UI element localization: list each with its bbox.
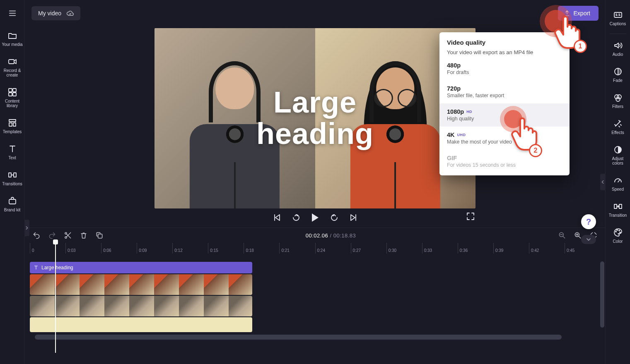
svg-rect-16 [614, 12, 622, 17]
quality-option-1080p[interactable]: 1080pHD High quality [439, 103, 570, 127]
skip-start-icon[interactable] [272, 213, 282, 223]
sidebar-item-label: Effects [611, 130, 624, 135]
fullscreen-icon[interactable] [466, 211, 476, 221]
audio-clip[interactable] [30, 317, 252, 332]
collapse-right-panel[interactable] [600, 174, 605, 190]
export-dropdown-subtitle: Your video will export as an MP4 file [447, 49, 562, 55]
svg-rect-23 [619, 204, 622, 208]
svg-rect-4 [13, 93, 16, 96]
ruler-tick: 0:33 [422, 243, 458, 254]
project-title-chip[interactable]: My video [31, 6, 80, 20]
svg-point-25 [617, 230, 618, 230]
video-track-2[interactable] [30, 296, 600, 316]
export-dropdown-title: Video quality [447, 39, 562, 46]
project-title: My video [38, 10, 61, 17]
sidebar-item-label: Color [613, 239, 623, 244]
annotation-badge-1: 1 [574, 40, 587, 53]
sidebar-item-templates[interactable]: Templates [0, 114, 25, 140]
timeline-scrollbar[interactable] [35, 335, 595, 340]
timeline-toolbar: 00:02.06 / 00:18.83 [25, 228, 605, 243]
sidebar-item-speed[interactable]: Speed [606, 171, 630, 197]
text-clip[interactable]: Large heading [30, 262, 252, 273]
sidebar-item-audio[interactable]: Audio [606, 36, 630, 62]
svg-rect-13 [98, 234, 102, 238]
ruler-tick: 0:42 [529, 243, 565, 254]
video-clip-1[interactable] [30, 274, 252, 295]
text-track[interactable]: Large heading [30, 262, 600, 273]
sidebar-item-brand-kit[interactable]: Brand kit [0, 192, 25, 218]
sidebar-item-label: Adjust colors [606, 156, 630, 165]
undo-icon[interactable] [32, 231, 41, 239]
folder-icon [7, 31, 17, 41]
sidebar-item-transitions[interactable]: Transitions [0, 166, 25, 192]
sidebar-item-color[interactable]: Color [606, 223, 630, 249]
delete-icon[interactable] [80, 231, 88, 239]
text-icon [7, 144, 17, 154]
audio-track[interactable] [30, 317, 600, 332]
export-button[interactable]: Export [558, 6, 599, 21]
sidebar-item-fade[interactable]: Fade [606, 62, 630, 89]
playback-controls [154, 208, 476, 224]
timeline-ruler[interactable]: 00:030:060:090:120:150:180:210:240:270:3… [30, 243, 600, 254]
video-track-1[interactable] [30, 274, 600, 295]
menu-icon[interactable] [0, 0, 25, 26]
more-panel-toggle[interactable] [581, 235, 596, 244]
video-clip-2[interactable] [30, 296, 252, 316]
quality-option-720p[interactable]: 720p Smaller file, faster export [439, 80, 570, 103]
duplicate-icon[interactable] [95, 231, 104, 239]
svg-rect-1 [9, 89, 12, 92]
svg-rect-7 [13, 123, 16, 126]
ruler-tick: 0:21 [279, 243, 315, 254]
sidebar-item-label: Your media [2, 42, 22, 47]
quality-option-4k[interactable]: 4KUHD Make the most of your video [439, 127, 570, 150]
forward-icon[interactable] [329, 213, 339, 223]
split-icon[interactable] [64, 231, 72, 239]
help-button[interactable]: ? [581, 214, 596, 229]
rewind-icon[interactable] [291, 213, 301, 223]
expand-left-panel[interactable] [24, 220, 29, 236]
play-icon[interactable] [310, 213, 320, 223]
ruler-tick: 0:24 [315, 243, 351, 254]
audio-icon [613, 41, 623, 50]
sidebar-item-text[interactable]: Text [0, 140, 25, 166]
sidebar-item-label: Fade [613, 78, 623, 83]
timeline-timecode: 00:02.06 / 00:18.83 [306, 232, 356, 239]
topbar: My video Export [25, 0, 605, 26]
sidebar-item-filters[interactable]: Filters [606, 89, 630, 115]
zoom-out-icon[interactable] [558, 231, 566, 239]
sidebar-item-content-library[interactable]: Content library [0, 83, 25, 114]
svg-point-27 [620, 232, 620, 233]
ruler-tick: 0:36 [458, 243, 493, 254]
svg-rect-3 [9, 93, 12, 96]
ruler-tick: 0:12 [172, 243, 208, 254]
svg-point-19 [617, 95, 621, 99]
fade-icon [613, 67, 623, 77]
sidebar-item-label: Captions [610, 22, 626, 26]
color-icon [613, 228, 623, 237]
sidebar-item-adjust-colors[interactable]: Adjust colors [606, 141, 630, 171]
cloud-sync-icon [66, 10, 74, 17]
zoom-in-icon[interactable] [574, 231, 582, 239]
quality-option-480p[interactable]: 480p For drafts [439, 57, 570, 80]
video-preview[interactable]: Large heading [154, 28, 476, 208]
sidebar-item-record-create[interactable]: Record & create [0, 53, 25, 83]
svg-rect-6 [9, 123, 12, 126]
redo-icon[interactable] [48, 231, 56, 239]
sidebar-item-your-media[interactable]: Your media [0, 26, 25, 53]
quality-option-gif[interactable]: GIF For videos 15 seconds or less [439, 150, 570, 173]
svg-rect-0 [9, 60, 14, 64]
ruler-tick: 0:27 [351, 243, 386, 254]
ruler-tick: 0 [30, 243, 65, 254]
sidebar-item-label: Audio [613, 52, 623, 57]
playhead[interactable] [55, 243, 56, 353]
annotation-badge-2: 2 [529, 144, 542, 157]
camera-icon [7, 57, 17, 67]
timeline-vertical-scrollbar[interactable] [600, 261, 604, 356]
sidebar-item-transition[interactable]: Transition [606, 197, 630, 223]
ruler-tick: 0:09 [137, 243, 172, 254]
svg-point-24 [616, 231, 616, 232]
skip-end-icon[interactable] [348, 213, 358, 223]
sidebar-item-effects[interactable]: Effects [606, 115, 630, 141]
templates-icon [7, 118, 17, 128]
sidebar-item-captions[interactable]: Captions [606, 6, 630, 32]
